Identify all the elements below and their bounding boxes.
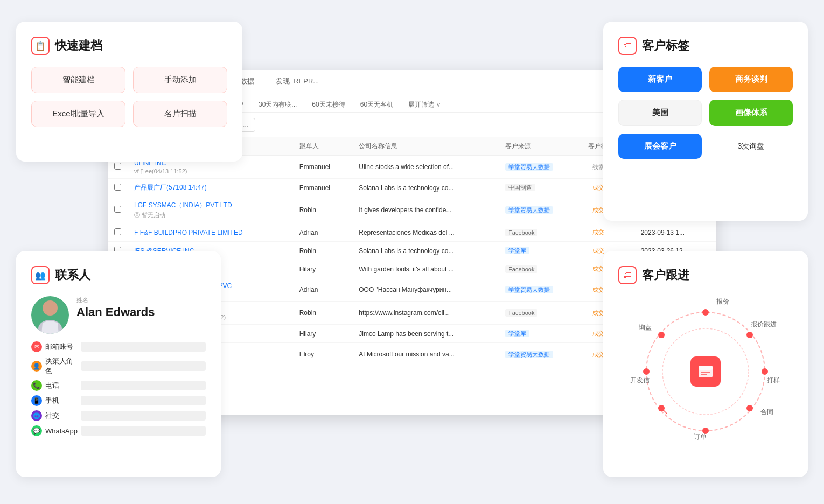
- followup-icon: 🏷: [618, 266, 637, 284]
- svg-point-6: [762, 368, 768, 375]
- row-desc: Jimco Lamp has been serving t...: [352, 325, 499, 343]
- tag-usa[interactable]: 美国: [618, 100, 702, 126]
- row-company: F F&F BUILDPRO PRIVATE LIMITED: [128, 223, 293, 242]
- phone-icon: 📞: [31, 380, 42, 391]
- contact-title: 联系人: [55, 267, 90, 283]
- row-source: Facebook: [499, 223, 582, 242]
- tag-exhibition-customer[interactable]: 展会客户: [618, 134, 702, 159]
- label-xunpan: 询盘: [639, 323, 652, 332]
- contact-field-role: 👤 决策人角色: [31, 356, 206, 376]
- row-desc: At Microsoft our mission and va...: [352, 343, 499, 364]
- row-desc: Representaciones Médicas del ...: [352, 223, 499, 242]
- row-owner: Emmanuel: [293, 156, 353, 179]
- svg-point-0: [43, 300, 58, 316]
- row-owner: Hilary: [293, 260, 353, 278]
- contact-field-phone: 📞 电话: [31, 380, 206, 391]
- followup-header: 🏷 客户跟进: [618, 266, 793, 284]
- row-desc: With garden tools, it's all about ...: [352, 260, 499, 278]
- customer-tags-title: 客户标签: [642, 38, 689, 54]
- tag-new-customer[interactable]: 新客户: [618, 67, 702, 92]
- followup-card: 🏷 客户跟进: [603, 251, 808, 477]
- row-owner: Robin: [293, 197, 353, 223]
- contact-field-email: ✉ 邮箱账号: [31, 341, 206, 352]
- contact-name-label: 姓名: [76, 296, 155, 304]
- row-source: 中国制造: [499, 179, 582, 197]
- customer-tags-icon: 🏷: [618, 37, 637, 55]
- row-source: 学堂贸易大数据: [499, 343, 582, 364]
- row-desc: Uline stocks a wide selection of...: [352, 156, 499, 179]
- row-source: 学堂库: [499, 325, 582, 343]
- subtab-expand-filter[interactable]: 展开筛选 ∨: [402, 97, 448, 112]
- row-checkbox[interactable]: [108, 197, 128, 223]
- quick-archive-card: 📋 快速建档 智能建档 手动添加 Excel批量导入 名片扫描: [16, 22, 242, 162]
- row-owner: Robin: [293, 242, 353, 260]
- quick-archive-title: 快速建档: [55, 38, 102, 54]
- tab-discover[interactable]: 发现_REPR...: [265, 70, 330, 94]
- phone-value: [81, 381, 206, 390]
- email-icon: ✉: [31, 341, 42, 352]
- row-desc: https://www.instagram.com/ell...: [352, 302, 499, 325]
- manual-add-button[interactable]: 手动添加: [133, 67, 227, 93]
- contact-field-social: 🌐 社交: [31, 410, 206, 421]
- card-scan-button[interactable]: 名片扫描: [133, 101, 227, 127]
- quick-archive-header: 📋 快速建档: [31, 37, 227, 55]
- excel-import-button[interactable]: Excel批量导入: [31, 101, 125, 127]
- tags-grid: 新客户 商务谈判 美国 画像体系 展会客户 3次询盘: [618, 67, 793, 159]
- row-desc: It gives developers the confide...: [352, 197, 499, 223]
- subtab-30days[interactable]: 30天内有联...: [252, 97, 303, 112]
- followup-center-icon: [690, 356, 721, 387]
- phone-label: 电话: [45, 381, 78, 390]
- contact-field-mobile: 📱 手机: [31, 395, 206, 406]
- row-desc: Solana Labs is a technology co...: [352, 242, 499, 260]
- archive-buttons-grid: 智能建档 手动添加 Excel批量导入 名片扫描: [31, 67, 227, 127]
- subtab-60days-no-visit[interactable]: 60天无客机: [354, 97, 400, 112]
- mobile-value: [81, 396, 206, 405]
- header-source: 客户来源: [499, 137, 582, 156]
- row-company: LGF SYSMAC（INDIA）PVT LTD ⓪ 暂无启动: [128, 197, 293, 223]
- whatsapp-icon: 💬: [31, 425, 42, 436]
- followup-title: 客户跟进: [642, 267, 689, 283]
- contact-full-name: Alan Edwards: [76, 305, 155, 319]
- contact-name-section: 姓名 Alan Edwards: [76, 296, 155, 327]
- row-desc: Solana Labs is a technology co...: [352, 179, 499, 197]
- row-source: 学堂库: [499, 242, 582, 260]
- svg-point-7: [746, 405, 753, 411]
- contact-field-whatsapp: 💬 WhatsApp: [31, 425, 206, 436]
- row-source: 学堂贸易大数据: [499, 156, 582, 179]
- header-owner: 跟单人: [293, 137, 353, 156]
- customer-tags-header: 🏷 客户标签: [618, 37, 793, 55]
- contact-icon: 👥: [31, 266, 50, 284]
- whatsapp-label: WhatsApp: [45, 427, 78, 435]
- label-baojia: 报价: [716, 297, 729, 306]
- label-hetong: 合同: [760, 408, 773, 417]
- label-dingdan: 订单: [694, 432, 707, 442]
- row-owner: Adrian: [293, 278, 353, 302]
- whatsapp-value: [81, 426, 206, 436]
- svg-point-4: [702, 309, 709, 316]
- row-status: 成交: [582, 223, 634, 242]
- row-checkbox[interactable]: [108, 179, 128, 197]
- customer-tags-card: 🏷 客户标签 新客户 商务谈判 美国 画像体系 展会客户 3次询盘: [603, 22, 808, 221]
- role-value: [81, 361, 206, 371]
- row-source: 学堂贸易大数据: [499, 197, 582, 223]
- row-checkbox[interactable]: [108, 223, 128, 242]
- quick-archive-icon: 📋: [31, 37, 50, 55]
- contact-avatar-section: 姓名 Alan Edwards: [31, 296, 206, 336]
- subtab-60days-no-contact[interactable]: 60天未接待: [305, 97, 351, 112]
- row-source: Facebook: [499, 302, 582, 325]
- contact-card: 👥 联系人 姓名 Alan Edwards ✉ 邮箱账号: [16, 251, 221, 477]
- social-icon: 🌐: [31, 410, 42, 421]
- row-source: Facebook: [499, 260, 582, 278]
- social-label: 社交: [45, 411, 78, 421]
- social-value: [81, 411, 206, 421]
- table-row[interactable]: F F&F BUILDPRO PRIVATE LIMITED Adrian Re…: [108, 223, 716, 242]
- email-label: 邮箱账号: [45, 342, 78, 352]
- row-company: 产品展广厂(57108 14:47): [128, 179, 293, 197]
- row-owner: Robin: [293, 302, 353, 325]
- tag-portrait-system[interactable]: 画像体系: [709, 100, 793, 126]
- label-baojia-genjin: 报价跟进: [751, 320, 777, 329]
- smart-archive-button[interactable]: 智能建档: [31, 67, 125, 93]
- tag-business-negotiation[interactable]: 商务谈判: [709, 67, 793, 92]
- row-date: 2023-09-13 1...: [634, 223, 716, 242]
- tag-inquiry-count[interactable]: 3次询盘: [709, 134, 793, 159]
